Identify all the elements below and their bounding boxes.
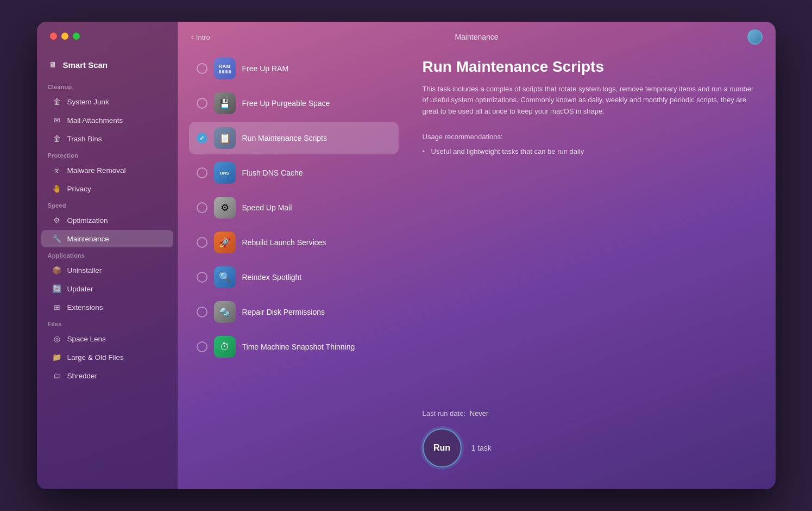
close-button[interactable]	[50, 33, 57, 40]
task-label: Rebuild Launch Services	[242, 238, 326, 247]
page-title: Maintenance	[455, 33, 498, 41]
smart-scan-icon: 🖥	[48, 60, 58, 70]
task-radio-run-maintenance-scripts[interactable]	[197, 133, 207, 144]
extensions-icon: ⊞	[52, 302, 62, 312]
user-avatar[interactable]	[747, 29, 763, 45]
trash-bins-icon: 🗑	[52, 134, 62, 144]
task-item-rebuild-launch-services[interactable]: 🚀 Rebuild Launch Services	[189, 226, 399, 259]
run-row: Run 1 task	[423, 428, 754, 468]
back-chevron-icon: ‹	[191, 32, 194, 42]
section-label-files: Files	[37, 316, 178, 329]
task-label: Flush DNS Cache	[242, 169, 303, 177]
task-label: Speed Up Mail	[242, 203, 292, 212]
task-item-flush-dns-cache[interactable]: DNS Flush DNS Cache	[189, 157, 399, 189]
sidebar-item-shredder[interactable]: 🗂 Shredder	[41, 367, 173, 384]
back-label: Intro	[196, 33, 210, 41]
speed-up-mail-icon: ⚙	[214, 197, 236, 219]
task-label: Run Maintenance Scripts	[242, 134, 327, 142]
sidebar-item-label: Uninstaller	[67, 266, 102, 275]
sidebar-item-privacy[interactable]: 🤚 Privacy	[41, 180, 173, 197]
sidebar-item-system-junk[interactable]: 🗑 System Junk	[41, 93, 173, 110]
sidebar-item-trash-bins[interactable]: 🗑 Trash Bins	[41, 130, 173, 147]
task-radio-free-up-ram[interactable]	[197, 63, 207, 74]
task-radio-repair-disk-permissions[interactable]	[197, 307, 207, 317]
task-label: Reindex Spotlight	[242, 273, 302, 282]
task-radio-free-up-purgeable[interactable]	[197, 98, 207, 109]
uninstaller-icon: 📦	[52, 265, 62, 275]
task-list: RAM Free Up RAM	[189, 52, 401, 478]
rebuild-launch-services-icon: 🚀	[214, 232, 236, 253]
sidebar-item-label: Updater	[67, 285, 93, 293]
task-item-free-up-ram[interactable]: RAM Free Up RAM	[189, 52, 399, 85]
task-item-reindex-spotlight[interactable]: 🔍 Reindex Spotlight	[189, 261, 399, 294]
usage-recommendations-label: Usage recommendations:	[423, 133, 754, 141]
run-button[interactable]: Run	[423, 428, 462, 468]
sidebar-item-space-lens[interactable]: ◎ Space Lens	[41, 330, 173, 347]
system-junk-icon: 🗑	[52, 97, 62, 107]
minimize-button[interactable]	[61, 33, 68, 40]
sidebar-item-mail-attachments[interactable]: ✉ Mail Attachments	[41, 111, 173, 129]
section-label-applications: Applications	[37, 248, 178, 261]
space-lens-icon: ◎	[52, 334, 62, 344]
sidebar-item-label: Malware Removal	[67, 166, 126, 175]
optimization-icon: ⚙	[52, 215, 62, 225]
sidebar: 🖥 Smart Scan Cleanup 🗑 System Junk ✉ Mai…	[37, 22, 178, 489]
task-label: Free Up Purgeable Space	[242, 99, 330, 108]
sidebar-item-smart-scan[interactable]: 🖥 Smart Scan	[37, 54, 178, 79]
last-run-row: Last run date: Never	[423, 409, 754, 417]
task-item-free-up-purgeable[interactable]: 💾 Free Up Purgeable Space	[189, 87, 399, 120]
top-bar: ‹ Intro Maintenance	[178, 22, 776, 52]
malware-icon: ☣	[52, 165, 62, 175]
smart-scan-label: Smart Scan	[63, 60, 108, 70]
section-label-protection: Protection	[37, 148, 178, 161]
last-run-label: Last run date:	[423, 409, 466, 417]
sidebar-item-label: Maintenance	[67, 235, 109, 243]
task-label: Repair Disk Permissions	[242, 308, 325, 316]
mail-attachments-icon: ✉	[52, 115, 62, 125]
last-run-value: Never	[470, 409, 489, 417]
repair-disk-permissions-icon: 🔩	[214, 301, 236, 323]
sidebar-item-large-old-files[interactable]: 📁 Large & Old Files	[41, 348, 173, 366]
detail-title: Run Maintenance Scripts	[423, 58, 754, 76]
sidebar-item-label: Optimization	[67, 216, 108, 225]
task-radio-flush-dns-cache[interactable]	[197, 167, 207, 178]
sidebar-item-label: Shredder	[67, 372, 98, 380]
app-window: 🖥 Smart Scan Cleanup 🗑 System Junk ✉ Mai…	[37, 22, 776, 489]
sidebar-item-maintenance[interactable]: 🔧 Maintenance	[41, 230, 173, 247]
flush-dns-cache-icon: DNS	[214, 162, 236, 184]
updater-icon: 🔄	[52, 284, 62, 294]
task-item-speed-up-mail[interactable]: ⚙ Speed Up Mail	[189, 191, 399, 224]
sidebar-item-extensions[interactable]: ⊞ Extensions	[41, 298, 173, 316]
sidebar-item-optimization[interactable]: ⚙ Optimization	[41, 211, 173, 229]
sidebar-item-updater[interactable]: 🔄 Updater	[41, 280, 173, 297]
shredder-icon: 🗂	[52, 371, 62, 381]
back-nav[interactable]: ‹ Intro	[191, 32, 210, 42]
section-label-cleanup: Cleanup	[37, 79, 178, 92]
maintenance-icon: 🔧	[52, 234, 62, 244]
task-item-repair-disk-permissions[interactable]: 🔩 Repair Disk Permissions	[189, 296, 399, 328]
task-item-time-machine-snapshot[interactable]: ⏱ Time Machine Snapshot Thinning	[189, 331, 399, 363]
sidebar-item-label: Extensions	[67, 303, 103, 311]
task-radio-time-machine-snapshot[interactable]	[197, 341, 207, 352]
task-label: Time Machine Snapshot Thinning	[242, 342, 355, 351]
free-up-purgeable-icon: 💾	[214, 92, 236, 114]
content-area: RAM Free Up RAM	[178, 52, 776, 489]
main-content: ‹ Intro Maintenance RAM	[178, 22, 776, 489]
usage-list: Useful and lightweight tasks that can be…	[423, 146, 754, 158]
maximize-button[interactable]	[73, 33, 80, 40]
large-old-files-icon: 📁	[52, 352, 62, 362]
run-maintenance-scripts-icon: 📋	[214, 127, 236, 149]
task-radio-speed-up-mail[interactable]	[197, 202, 207, 213]
sidebar-item-malware-removal[interactable]: ☣ Malware Removal	[41, 161, 173, 179]
reindex-spotlight-icon: 🔍	[214, 266, 236, 288]
task-count: 1 task	[471, 444, 492, 452]
task-radio-rebuild-launch-services[interactable]	[197, 237, 207, 248]
window-controls	[50, 33, 80, 40]
sidebar-item-label: Large & Old Files	[67, 353, 124, 362]
task-label: Free Up RAM	[242, 64, 289, 73]
task-item-run-maintenance-scripts[interactable]: 📋 Run Maintenance Scripts	[189, 122, 399, 154]
task-radio-reindex-spotlight[interactable]	[197, 272, 207, 283]
privacy-icon: 🤚	[52, 184, 62, 194]
usage-list-item: Useful and lightweight tasks that can be…	[423, 146, 754, 158]
sidebar-item-uninstaller[interactable]: 📦 Uninstaller	[41, 261, 173, 279]
